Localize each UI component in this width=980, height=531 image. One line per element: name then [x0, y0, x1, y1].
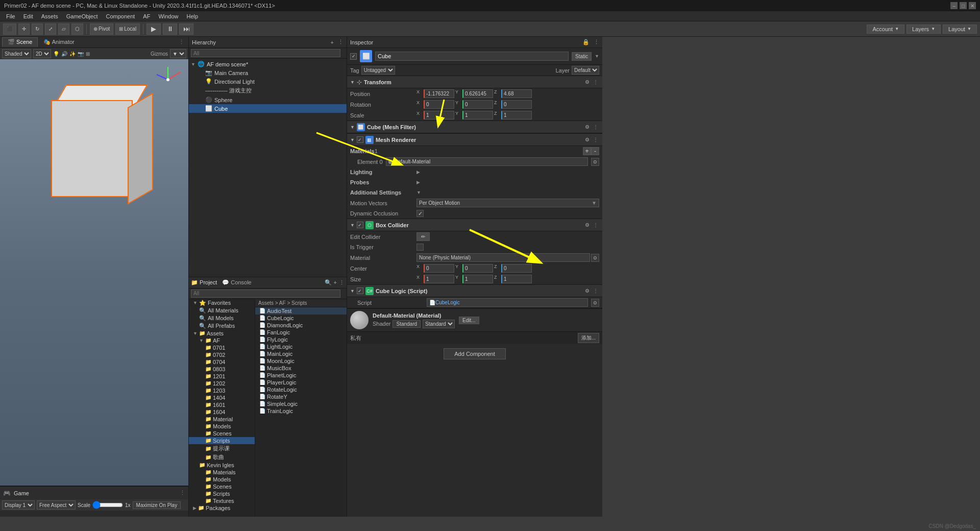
pivot-button[interactable]: ⊕ Pivot [90, 23, 113, 35]
script-flylogic[interactable]: 📄 FlyLogic [255, 336, 347, 343]
center-x-field[interactable]: 0 [424, 264, 454, 273]
transform-header[interactable]: ▼ ⊹ Transform ⚙ ⋮ [347, 76, 602, 88]
object-enabled-checkbox[interactable] [350, 53, 357, 60]
size-z-field[interactable]: 1 [501, 275, 532, 283]
is-trigger-checkbox[interactable] [416, 244, 424, 251]
tab-animator[interactable]: 🎭 Animator [38, 37, 80, 47]
menu-edit[interactable]: Edit [19, 13, 37, 19]
view-2d-select[interactable]: 2D [33, 49, 51, 58]
static-dropdown-arrow[interactable]: ▼ [595, 54, 599, 59]
element0-value[interactable]: Default-Material [386, 157, 588, 166]
toolbar-transform-btn[interactable]: ⬛ [3, 23, 16, 35]
menu-file[interactable]: File [2, 13, 19, 19]
scale-y-field[interactable]: 1 [462, 111, 493, 119]
gizmos-select[interactable]: ▼ [170, 49, 186, 58]
proj-1203[interactable]: 📁 1203 [189, 387, 255, 394]
static-button[interactable]: Static [572, 52, 592, 61]
proj-1202[interactable]: 📁 1202 [189, 380, 255, 387]
proj-af-folder[interactable]: ▼ 📁 AF [189, 337, 255, 344]
proj-0704[interactable]: 📁 0704 [189, 358, 255, 366]
proj-tips[interactable]: 📁 提示课 [189, 444, 255, 453]
script-mainlogic[interactable]: 📄 MainLogic [255, 350, 347, 357]
cl-settings-icon[interactable]: ⚙ [583, 287, 591, 295]
materials-add-btn[interactable]: + [583, 147, 591, 155]
proj-all-materials[interactable]: 🔍 All Materials [189, 307, 255, 315]
mesh-filter-header[interactable]: ▼ ⬜ Cube (Mesh Filter) ⚙ ⋮ [347, 121, 602, 133]
toolbar-rotate-btn[interactable]: ↻ [32, 23, 43, 35]
pos-x-field[interactable]: -1.176322 [424, 89, 454, 98]
mr-more-icon[interactable]: ⋮ [592, 136, 599, 143]
proj-1201[interactable]: 📁 1201 [189, 373, 255, 380]
dynamic-occlusion-checkbox[interactable]: ✓ [416, 210, 424, 217]
script-playerlogic[interactable]: 📄 PlayerLogic [255, 379, 347, 386]
motion-vectors-select[interactable]: Per Object Motion ▼ [416, 199, 599, 207]
proj-songs[interactable]: 📁 歌曲 [189, 453, 255, 462]
hierarchy-search-input[interactable] [191, 49, 340, 57]
size-y-field[interactable]: 1 [462, 275, 493, 283]
transform-more-icon[interactable]: ⋮ [592, 79, 599, 86]
proj-top-models[interactable]: 📁 Models [189, 476, 255, 483]
inspector-more-btn[interactable]: ⋮ [594, 39, 599, 45]
script-simplelogic[interactable]: 📄 SimpleLogic [255, 400, 347, 407]
inspector-lock-icon[interactable]: 🔒 [582, 39, 590, 45]
proj-kevin-igles[interactable]: 📁 Kevin Igles [189, 462, 255, 469]
script-diamondlogic[interactable]: 📄 DiamondLogic [255, 322, 347, 329]
script-cubelogic[interactable]: 📄 CubeLogic [255, 315, 347, 322]
bc-header[interactable]: ▼ ⬡ Box Collider ⚙ ⋮ [347, 219, 602, 231]
mf-more-icon[interactable]: ⋮ [592, 124, 599, 131]
step-button[interactable]: ⏭ [179, 23, 193, 35]
menu-gameobject[interactable]: GameObject [62, 13, 102, 19]
proj-packages[interactable]: ▶ 📁 Packages [189, 504, 255, 512]
mf-settings-icon[interactable]: ⚙ [583, 124, 591, 131]
toolbar-transform2-btn[interactable]: ⬡ [71, 23, 83, 35]
proj-textures[interactable]: 📁 Textures [189, 497, 255, 504]
menu-component[interactable]: Component [102, 13, 139, 19]
proj-material[interactable]: 📁 Material [189, 416, 255, 423]
proj-scenes[interactable]: 📁 Scenes [189, 430, 255, 437]
scale-z-field[interactable]: 1 [501, 111, 532, 119]
proj-assets-header[interactable]: ▼ 📁 Assets [189, 330, 255, 337]
project-search-btn[interactable]: 🔍 [325, 279, 332, 286]
account-button[interactable]: Account ▼ [867, 25, 904, 34]
close-button[interactable]: ✕ [969, 2, 976, 9]
script-musicbox[interactable]: 📄 MusicBox [255, 365, 347, 372]
proj-models[interactable]: 📁 Models [189, 423, 255, 430]
proj-favorites-header[interactable]: ▼ ⭐ Favorites [189, 299, 255, 307]
transform-settings-icon[interactable]: ⚙ [583, 79, 591, 86]
play-button[interactable]: ▶ [146, 23, 161, 35]
materials-remove-btn[interactable]: - [591, 147, 599, 155]
tab-project[interactable]: 📁 Project [191, 279, 217, 286]
proj-1604[interactable]: 📁 1604 [189, 408, 255, 416]
script-rotatelogic[interactable]: 📄 RotateLogic [255, 386, 347, 393]
layer-select[interactable]: Default [572, 66, 599, 75]
probes-expand-arrow[interactable]: ▶ [416, 180, 420, 185]
minimize-button[interactable]: – [950, 2, 958, 9]
script-rotatey[interactable]: 📄 RotateY [255, 393, 347, 400]
add-component-btn[interactable]: Add Component [444, 348, 506, 359]
hierarchy-more-btn[interactable]: ⋮ [338, 39, 344, 45]
project-add-btn[interactable]: + [334, 279, 337, 285]
additional-expand-arrow[interactable]: ▼ [416, 190, 421, 195]
game-more-btn[interactable]: ⋮ [180, 490, 185, 496]
local-button[interactable]: ⊞ Local [115, 23, 140, 35]
mr-header[interactable]: ▼ ▦ Mesh Renderer ⚙ ⋮ [347, 134, 602, 146]
display-select[interactable]: Display 1 [2, 500, 35, 510]
object-name-input[interactable] [375, 52, 569, 61]
material-pick-btn[interactable]: ⊙ [591, 254, 599, 262]
maximize-button[interactable]: □ [960, 2, 967, 9]
tree-cube[interactable]: ⬜ Cube [189, 104, 347, 113]
proj-top-scenes[interactable]: 📁 Scenes [189, 483, 255, 490]
bc-enabled-checkbox[interactable] [357, 222, 363, 228]
toolbar-scale-btn[interactable]: ⤢ [45, 23, 56, 35]
script-audiotest[interactable]: 📄 AudioTest [255, 307, 347, 315]
cl-header[interactable]: ▼ C# Cube Logic (Script) ⚙ ⋮ [347, 285, 602, 297]
script-pick-btn[interactable]: ⊙ [591, 299, 599, 307]
script-lightlogic[interactable]: 📄 LightLogic [255, 343, 347, 350]
proj-0803[interactable]: 📁 0803 [189, 366, 255, 373]
shader-select[interactable]: Standard [423, 320, 455, 328]
cl-more-icon[interactable]: ⋮ [592, 287, 599, 295]
project-search-input[interactable] [191, 289, 340, 298]
size-x-field[interactable]: 1 [424, 275, 454, 283]
proj-all-prefabs[interactable]: 🔍 All Prefabs [189, 322, 255, 330]
script-ref-value[interactable]: 📄 CubeLogic [427, 298, 588, 307]
